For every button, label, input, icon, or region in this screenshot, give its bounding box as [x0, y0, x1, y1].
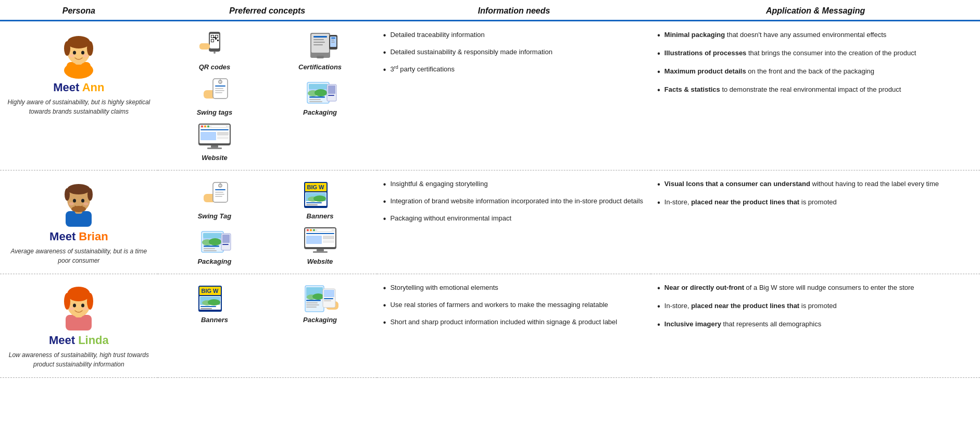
app-item: In-store, placed near the product lines … — [657, 197, 974, 209]
info-text: Storytelling with emotional elements — [390, 283, 498, 293]
svg-rect-43 — [215, 90, 224, 91]
svg-rect-157 — [324, 290, 334, 297]
svg-rect-66 — [200, 132, 216, 140]
svg-rect-106 — [204, 246, 219, 247]
svg-rect-153 — [306, 307, 317, 308]
svg-point-63 — [207, 126, 209, 128]
app-list: Visual Icons that a consumer can underst… — [657, 179, 974, 209]
row-1: Meet Brian Average awareness of sustaina… — [0, 170, 980, 274]
concept-label: Website — [202, 154, 228, 162]
svg-rect-120 — [306, 236, 322, 244]
persona-name-highlight: Brian — [79, 230, 108, 243]
svg-point-129 — [64, 293, 70, 310]
svg-rect-68 — [217, 137, 229, 139]
app-item: Illustrations of processes that brings t… — [657, 48, 974, 60]
svg-point-79 — [81, 199, 84, 203]
info-item: Use real stories of farmers and workers … — [383, 300, 645, 312]
persona-description: Low awareness of sustainability, high tr… — [6, 350, 152, 369]
app-item: Maximum product details on the front and… — [657, 66, 974, 78]
svg-rect-17 — [217, 40, 219, 41]
svg-rect-107 — [204, 248, 215, 249]
info-text: Short and sharp product information incl… — [390, 317, 617, 327]
svg-point-130 — [87, 293, 93, 310]
info-item: Packaging without environmental impact — [383, 213, 645, 225]
svg-rect-57 — [328, 95, 334, 96]
app-text: In-store, placed near the product lines … — [664, 197, 837, 207]
concept-label: Banners — [307, 212, 334, 220]
svg-rect-41 — [215, 85, 225, 87]
app-text: Facts & statistics to demonstrate the re… — [664, 84, 901, 95]
svg-point-61 — [201, 126, 203, 128]
svg-point-80 — [69, 202, 74, 205]
svg-point-97 — [313, 195, 326, 202]
info-list: Insightful & engaging storytellingIntegr… — [383, 179, 645, 225]
concept-icon — [194, 30, 235, 61]
info-text: Use real stories of farmers and workers … — [390, 300, 608, 310]
app-cell-1: Visual Icons that a consumer can underst… — [651, 170, 980, 274]
svg-rect-27 — [313, 36, 327, 38]
concept-label: Certifications — [298, 63, 342, 71]
svg-point-8 — [81, 51, 84, 55]
svg-point-50 — [315, 89, 327, 96]
persona-cell-0: Meet Ann Highly aware of sustainability,… — [0, 21, 158, 170]
info-text: Insightful & engaging storytelling — [390, 179, 487, 189]
concept-label: QR codes — [199, 63, 231, 71]
svg-rect-99 — [306, 204, 318, 205]
concept-item: Packaging — [269, 75, 371, 116]
app-item: Inclusive imagery that represents all de… — [657, 319, 974, 331]
app-text: Maximum product details on the front and… — [664, 66, 874, 77]
svg-rect-36 — [331, 42, 335, 43]
info-cell-2: Storytelling with emotional elementsUse … — [377, 274, 651, 378]
persona-cell-1: Meet Brian Average awareness of sustaina… — [0, 170, 158, 274]
info-list: Storytelling with emotional elementsUse … — [383, 283, 645, 329]
svg-rect-151 — [306, 302, 318, 303]
app-text: Visual Icons that a consumer can underst… — [664, 179, 939, 189]
info-item: Detailed traceability information — [383, 30, 645, 42]
persona-name-prefix: Meet — [53, 81, 82, 94]
svg-point-4 — [67, 36, 90, 48]
svg-rect-29 — [313, 42, 325, 43]
svg-rect-30 — [313, 44, 323, 45]
persona-name: Meet Linda — [6, 334, 152, 347]
info-list: Detailed traceability informationDetaile… — [383, 30, 645, 76]
concept-label: Swing Tag — [198, 212, 232, 220]
svg-point-133 — [73, 304, 76, 308]
svg-rect-65 — [200, 129, 229, 130]
svg-point-134 — [81, 304, 84, 308]
app-cell-0: Minimal packaging that doesn't have any … — [651, 21, 980, 170]
app-item: Visual Icons that a consumer can underst… — [657, 179, 974, 191]
app-item: Minimal packaging that doesn't have any … — [657, 30, 974, 42]
svg-rect-24 — [199, 43, 210, 50]
concept-item: Packaging — [164, 224, 266, 265]
persona-container: Meet Ann Highly aware of sustainability,… — [6, 30, 152, 116]
concept-icon — [299, 30, 341, 61]
svg-rect-159 — [324, 300, 331, 301]
svg-rect-144 — [200, 306, 216, 307]
concept-item: BIG W Banners — [269, 179, 371, 220]
row-2: Meet Linda Low awareness of sustainabili… — [0, 274, 980, 378]
svg-rect-98 — [306, 202, 322, 203]
app-text: Minimal packaging that doesn't have any … — [664, 30, 886, 40]
svg-point-76 — [87, 188, 93, 201]
concept-item: Certifications — [269, 30, 371, 71]
svg-rect-88 — [215, 194, 224, 195]
svg-point-5 — [64, 41, 70, 56]
app-list: Near or directly out-front of a Big W st… — [657, 283, 974, 331]
main-table: Persona Preferred concepts Information n… — [0, 0, 980, 378]
svg-rect-145 — [200, 308, 212, 309]
persona-description: Average awareness of sustainability, but… — [6, 247, 152, 265]
svg-rect-16 — [215, 38, 217, 40]
svg-point-116 — [310, 229, 312, 231]
svg-rect-86 — [215, 189, 225, 190]
concept-label: Packaging — [303, 316, 337, 324]
svg-rect-87 — [215, 192, 223, 193]
concept-label: Website — [307, 258, 333, 265]
persona-name-prefix: Meet — [49, 334, 78, 347]
svg-point-62 — [204, 126, 206, 128]
svg-rect-42 — [215, 88, 223, 89]
header-info: Information needs — [377, 0, 651, 21]
svg-rect-158 — [324, 298, 333, 299]
svg-rect-118 — [317, 229, 332, 231]
concept-icon — [299, 283, 341, 314]
concept-item: Swing tags — [164, 75, 266, 116]
